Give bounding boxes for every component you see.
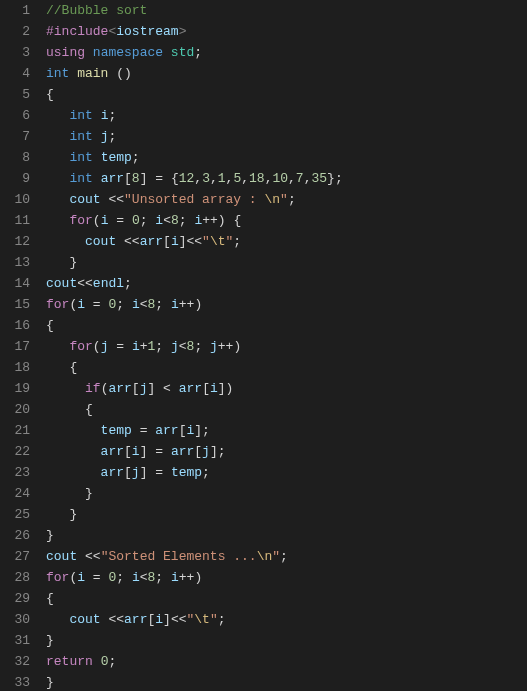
code-line[interactable]: int j; bbox=[46, 126, 343, 147]
line-number: 21 bbox=[8, 420, 30, 441]
line-number: 16 bbox=[8, 315, 30, 336]
code-line[interactable]: cout <<arr[i]<<"\t"; bbox=[46, 609, 343, 630]
line-number: 32 bbox=[8, 651, 30, 672]
code-line[interactable]: } bbox=[46, 672, 343, 691]
code-line[interactable]: } bbox=[46, 252, 343, 273]
line-number: 5 bbox=[8, 84, 30, 105]
code-line[interactable]: arr[i] = arr[j]; bbox=[46, 441, 343, 462]
line-number: 22 bbox=[8, 441, 30, 462]
line-number: 7 bbox=[8, 126, 30, 147]
line-number: 20 bbox=[8, 399, 30, 420]
line-number: 19 bbox=[8, 378, 30, 399]
code-line[interactable]: #include<iostream> bbox=[46, 21, 343, 42]
code-editor[interactable]: 1234567891011121314151617181920212223242… bbox=[0, 0, 527, 691]
code-line[interactable]: if(arr[j] < arr[i]) bbox=[46, 378, 343, 399]
code-line[interactable]: cout <<arr[i]<<"\t"; bbox=[46, 231, 343, 252]
code-line[interactable]: int main () bbox=[46, 63, 343, 84]
code-line[interactable]: cout <<"Unsorted array : \n"; bbox=[46, 189, 343, 210]
code-line[interactable]: return 0; bbox=[46, 651, 343, 672]
line-number: 26 bbox=[8, 525, 30, 546]
line-number: 27 bbox=[8, 546, 30, 567]
code-line[interactable]: cout <<"Sorted Elements ...\n"; bbox=[46, 546, 343, 567]
line-number: 15 bbox=[8, 294, 30, 315]
line-number: 23 bbox=[8, 462, 30, 483]
code-line[interactable]: int temp; bbox=[46, 147, 343, 168]
line-number: 29 bbox=[8, 588, 30, 609]
line-number: 18 bbox=[8, 357, 30, 378]
code-line[interactable]: arr[j] = temp; bbox=[46, 462, 343, 483]
line-number: 17 bbox=[8, 336, 30, 357]
code-line[interactable]: } bbox=[46, 630, 343, 651]
line-number: 11 bbox=[8, 210, 30, 231]
code-line[interactable]: using namespace std; bbox=[46, 42, 343, 63]
code-line[interactable]: { bbox=[46, 315, 343, 336]
code-area[interactable]: //Bubble sort#include<iostream>using nam… bbox=[42, 0, 343, 691]
line-number: 24 bbox=[8, 483, 30, 504]
line-number: 9 bbox=[8, 168, 30, 189]
code-line[interactable]: cout<<endl; bbox=[46, 273, 343, 294]
code-line[interactable]: { bbox=[46, 588, 343, 609]
code-line[interactable]: for(i = 0; i<8; i++) { bbox=[46, 210, 343, 231]
code-line[interactable]: { bbox=[46, 84, 343, 105]
line-number: 28 bbox=[8, 567, 30, 588]
line-number: 6 bbox=[8, 105, 30, 126]
line-number: 25 bbox=[8, 504, 30, 525]
line-number: 2 bbox=[8, 21, 30, 42]
code-line[interactable]: for(i = 0; i<8; i++) bbox=[46, 567, 343, 588]
code-line[interactable]: int arr[8] = {12,3,1,5,18,10,7,35}; bbox=[46, 168, 343, 189]
line-number: 3 bbox=[8, 42, 30, 63]
code-line[interactable]: } bbox=[46, 483, 343, 504]
code-line[interactable]: for(j = i+1; j<8; j++) bbox=[46, 336, 343, 357]
code-line[interactable]: { bbox=[46, 357, 343, 378]
code-line[interactable]: { bbox=[46, 399, 343, 420]
code-line[interactable]: //Bubble sort bbox=[46, 0, 343, 21]
line-number: 12 bbox=[8, 231, 30, 252]
line-number: 30 bbox=[8, 609, 30, 630]
code-line[interactable]: } bbox=[46, 525, 343, 546]
code-line[interactable]: for(i = 0; i<8; i++) bbox=[46, 294, 343, 315]
code-line[interactable]: } bbox=[46, 504, 343, 525]
line-number: 8 bbox=[8, 147, 30, 168]
code-line[interactable]: int i; bbox=[46, 105, 343, 126]
line-number: 4 bbox=[8, 63, 30, 84]
line-number-gutter: 1234567891011121314151617181920212223242… bbox=[0, 0, 42, 691]
line-number: 1 bbox=[8, 0, 30, 21]
line-number: 10 bbox=[8, 189, 30, 210]
line-number: 14 bbox=[8, 273, 30, 294]
code-line[interactable]: temp = arr[i]; bbox=[46, 420, 343, 441]
line-number: 13 bbox=[8, 252, 30, 273]
line-number: 31 bbox=[8, 630, 30, 651]
line-number: 33 bbox=[8, 672, 30, 691]
